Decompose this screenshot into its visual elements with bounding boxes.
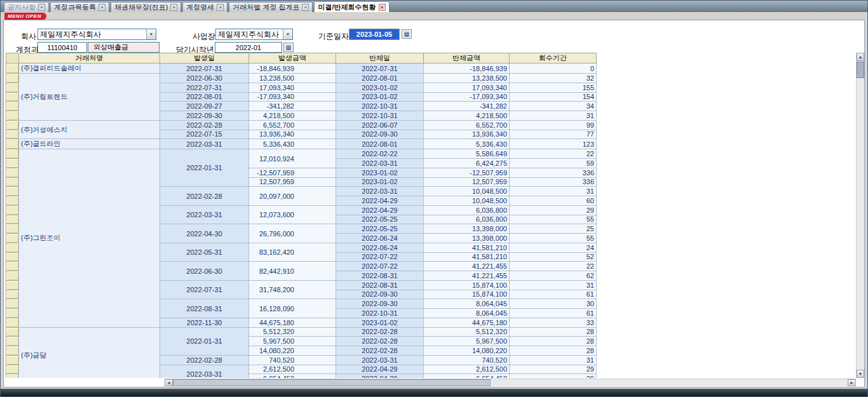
- collect-days-cell[interactable]: 33: [510, 318, 597, 327]
- occur-amount-cell[interactable]: 740,520: [249, 355, 336, 365]
- occur-amount-cell[interactable]: 6,654,450: [249, 374, 336, 378]
- settle-date-cell[interactable]: 2022-08-31: [336, 271, 424, 281]
- collect-days-cell[interactable]: 29: [510, 365, 597, 374]
- settle-amount-cell[interactable]: 17,093,340: [424, 83, 510, 92]
- account-code-input[interactable]: 11100410: [37, 42, 87, 53]
- company-select[interactable]: 제일제지주식회사 ▼: [37, 29, 156, 40]
- settle-amount-cell[interactable]: 6,036,800: [424, 205, 510, 215]
- row-selector[interactable]: [6, 149, 19, 159]
- occur-date-cell[interactable]: 2022-03-31: [160, 205, 249, 224]
- customer-cell[interactable]: (주)거림트렌드: [19, 74, 160, 121]
- settle-amount-cell[interactable]: -12,507,959: [424, 168, 510, 177]
- row-selector[interactable]: [6, 205, 19, 215]
- occur-amount-cell[interactable]: -12,507,959: [249, 168, 336, 177]
- settle-date-cell[interactable]: 2022-03-31: [336, 355, 424, 365]
- column-header[interactable]: 발생일: [160, 53, 249, 64]
- row-selector[interactable]: [6, 243, 19, 252]
- collect-days-cell[interactable]: 29: [510, 374, 597, 378]
- settle-date-cell[interactable]: 2022-09-30: [336, 130, 424, 139]
- settle-amount-cell[interactable]: 740,520: [424, 355, 510, 365]
- row-selector[interactable]: [6, 309, 19, 318]
- occur-amount-cell[interactable]: 31,748,200: [249, 280, 336, 299]
- collect-days-cell[interactable]: 154: [510, 92, 597, 102]
- settle-amount-cell[interactable]: 13,238,500: [424, 74, 510, 83]
- scroll-down-icon[interactable]: ▼: [857, 370, 864, 378]
- row-selector[interactable]: [6, 168, 19, 177]
- collect-days-cell[interactable]: 61: [510, 290, 597, 299]
- occur-date-cell[interactable]: 2022-09-30: [160, 111, 249, 121]
- row-selector[interactable]: [6, 64, 19, 74]
- occur-amount-cell[interactable]: 82,442,910: [249, 262, 336, 281]
- settle-date-cell[interactable]: 2022-06-24: [336, 243, 424, 252]
- collect-days-cell[interactable]: 31: [510, 187, 597, 196]
- column-header[interactable]: 회수기간: [510, 53, 597, 64]
- settle-date-cell[interactable]: 2022-03-31: [336, 187, 424, 196]
- row-selector[interactable]: [6, 187, 19, 196]
- settle-date-cell[interactable]: 2022-10-31: [336, 102, 424, 111]
- settle-amount-cell[interactable]: -17,093,340: [424, 92, 510, 102]
- settle-amount-cell[interactable]: 6,036,800: [424, 215, 510, 224]
- settle-date-cell[interactable]: 2022-06-07: [336, 120, 424, 130]
- row-selector[interactable]: [6, 374, 19, 378]
- scroll-right-icon[interactable]: ►: [848, 379, 856, 386]
- occur-amount-cell[interactable]: 13,238,500: [249, 74, 336, 83]
- settle-amount-cell[interactable]: 5,336,430: [424, 139, 510, 149]
- collect-days-cell[interactable]: 60: [510, 196, 597, 206]
- settle-amount-cell[interactable]: 13,398,000: [424, 234, 510, 243]
- collect-days-cell[interactable]: 59: [510, 159, 597, 168]
- column-header[interactable]: 발생금액: [249, 53, 336, 64]
- row-selector[interactable]: [6, 290, 19, 299]
- occur-amount-cell[interactable]: -18,846,939: [249, 64, 336, 74]
- customer-cell[interactable]: (주)골드라인: [19, 139, 160, 149]
- occur-date-cell[interactable]: 2022-06-30: [160, 74, 249, 83]
- row-selector[interactable]: [6, 327, 19, 337]
- occur-date-cell[interactable]: 2022-01-31: [160, 327, 249, 355]
- occur-amount-cell[interactable]: 12,010,924: [249, 149, 336, 168]
- tab-close-icon[interactable]: ×: [38, 4, 45, 11]
- occur-amount-cell[interactable]: 17,093,340: [249, 83, 336, 92]
- settle-amount-cell[interactable]: 6,552,700: [424, 120, 510, 130]
- settle-date-cell[interactable]: 2022-04-29: [336, 365, 424, 374]
- settle-amount-cell[interactable]: 5,586,649: [424, 149, 510, 159]
- occur-date-cell[interactable]: 2022-08-31: [160, 299, 249, 318]
- occur-amount-cell[interactable]: 13,936,340: [249, 130, 336, 139]
- scroll-up-icon[interactable]: ▲: [857, 53, 864, 61]
- settle-date-cell[interactable]: 2022-04-29: [336, 205, 424, 215]
- row-selector[interactable]: [6, 224, 19, 234]
- customer-cell[interactable]: (주)갤러리드솔레이: [19, 64, 160, 74]
- settle-amount-cell[interactable]: 13,398,000: [424, 224, 510, 234]
- tab-close-icon[interactable]: ×: [302, 4, 309, 11]
- settle-amount-cell[interactable]: -341,282: [424, 102, 510, 111]
- occur-date-cell[interactable]: 2022-02-28: [160, 120, 249, 130]
- collect-days-cell[interactable]: 55: [510, 215, 597, 224]
- row-selector[interactable]: [6, 337, 19, 346]
- collect-days-cell[interactable]: 25: [510, 224, 597, 234]
- tab-1[interactable]: 공지사항×: [4, 2, 49, 12]
- settle-date-cell[interactable]: 2023-01-02: [336, 83, 424, 92]
- collect-days-cell[interactable]: 28: [510, 327, 597, 337]
- settle-amount-cell[interactable]: 15,874,100: [424, 280, 510, 290]
- occur-date-cell[interactable]: 2022-06-30: [160, 262, 249, 281]
- customer-cell[interactable]: (주)금담: [19, 327, 160, 378]
- settle-amount-cell[interactable]: 6,654,450: [424, 374, 510, 378]
- occur-amount-cell[interactable]: 2,612,500: [249, 365, 336, 374]
- collect-days-cell[interactable]: 0: [510, 64, 597, 74]
- occur-date-cell[interactable]: 2022-07-31: [160, 64, 249, 74]
- settle-date-cell[interactable]: 2022-02-22: [336, 149, 424, 159]
- row-selector[interactable]: [6, 159, 19, 168]
- occur-date-cell[interactable]: 2022-01-31: [160, 149, 249, 187]
- settle-amount-cell[interactable]: 41,581,210: [424, 252, 510, 262]
- occur-amount-cell[interactable]: 5,336,430: [249, 139, 336, 149]
- collect-days-cell[interactable]: 62: [510, 271, 597, 281]
- settle-amount-cell[interactable]: 12,507,959: [424, 177, 510, 187]
- settle-date-cell[interactable]: 2022-09-30: [336, 290, 424, 299]
- collect-days-cell[interactable]: 77: [510, 130, 597, 139]
- row-selector[interactable]: [6, 120, 19, 130]
- settle-amount-cell[interactable]: 5,512,320: [424, 327, 510, 337]
- collect-days-cell[interactable]: 336: [510, 177, 597, 187]
- occur-date-cell[interactable]: 2022-04-30: [160, 224, 249, 243]
- collect-days-cell[interactable]: 24: [510, 243, 597, 252]
- row-selector[interactable]: [6, 318, 19, 327]
- settle-date-cell[interactable]: 2022-02-28: [336, 337, 424, 346]
- settle-amount-cell[interactable]: 8,064,045: [424, 309, 510, 318]
